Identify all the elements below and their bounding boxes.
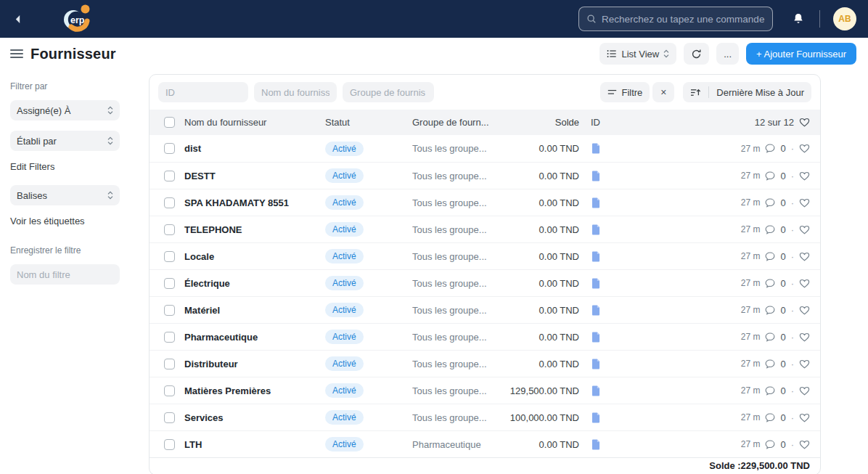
comment-icon[interactable] bbox=[765, 306, 775, 315]
supplier-name-link[interactable]: Services bbox=[180, 412, 325, 423]
comment-icon[interactable] bbox=[765, 225, 775, 234]
copy-id-icon[interactable] bbox=[591, 385, 613, 396]
supplier-name-link[interactable]: Matériel bbox=[180, 305, 325, 316]
comment-icon[interactable] bbox=[765, 440, 775, 449]
like-icon[interactable] bbox=[799, 413, 810, 422]
row-checkbox[interactable] bbox=[164, 197, 175, 208]
supplier-name-link[interactable]: Distributeur bbox=[180, 359, 325, 369]
select-all-checkbox[interactable] bbox=[164, 117, 175, 128]
clear-filter-button[interactable]: × bbox=[652, 82, 674, 102]
global-search[interactable] bbox=[578, 7, 773, 31]
row-checkbox[interactable] bbox=[164, 251, 175, 262]
column-header-status[interactable]: Statut bbox=[325, 117, 412, 128]
copy-id-icon[interactable] bbox=[591, 171, 613, 181]
row-checkbox[interactable] bbox=[164, 305, 175, 316]
row-checkbox[interactable] bbox=[164, 439, 175, 450]
supplier-name-link[interactable]: TELEPHONE bbox=[180, 224, 325, 235]
copy-id-icon[interactable] bbox=[591, 224, 613, 235]
comment-icon[interactable] bbox=[765, 386, 775, 396]
refresh-button[interactable] bbox=[684, 43, 709, 65]
comment-icon[interactable] bbox=[765, 171, 775, 181]
row-checkbox[interactable] bbox=[164, 412, 175, 423]
row-checkbox[interactable] bbox=[164, 278, 175, 289]
table-row[interactable]: Locale Activé Tous les groupe... 0.00 TN… bbox=[150, 242, 820, 269]
like-icon[interactable] bbox=[799, 386, 810, 396]
row-checkbox[interactable] bbox=[164, 332, 175, 343]
comment-icon[interactable] bbox=[765, 359, 775, 369]
supplier-name-link[interactable]: Matières Premières bbox=[180, 385, 325, 396]
id-filter-input[interactable] bbox=[158, 82, 248, 102]
copy-id-icon[interactable] bbox=[591, 251, 613, 262]
search-input[interactable] bbox=[602, 14, 765, 25]
like-filter-icon[interactable] bbox=[799, 118, 810, 127]
back-icon[interactable] bbox=[15, 15, 30, 24]
table-row[interactable]: TELEPHONE Activé Tous les groupe... 0.00… bbox=[150, 216, 820, 242]
sort-field-button[interactable]: Dernière Mise à Jour bbox=[709, 82, 811, 102]
row-checkbox[interactable] bbox=[164, 143, 175, 154]
edit-filters-link[interactable]: Edit Filters bbox=[10, 161, 120, 172]
more-options-button[interactable]: ... bbox=[716, 43, 739, 65]
filter-button[interactable]: Filtre bbox=[600, 82, 650, 102]
sidebar-toggle-icon[interactable] bbox=[10, 49, 23, 58]
row-checkbox[interactable] bbox=[164, 171, 175, 181]
supplier-name-link[interactable]: Locale bbox=[180, 251, 325, 262]
copy-id-icon[interactable] bbox=[591, 197, 613, 208]
copy-id-icon[interactable] bbox=[591, 439, 613, 450]
add-supplier-button[interactable]: + Ajouter Fournisseur bbox=[746, 43, 856, 65]
like-icon[interactable] bbox=[799, 332, 810, 342]
user-avatar[interactable]: AB bbox=[833, 7, 856, 30]
like-icon[interactable] bbox=[799, 144, 810, 153]
table-row[interactable]: Pharmaceutique Activé Tous les groupe...… bbox=[150, 323, 820, 350]
supplier-name-filter-input[interactable] bbox=[254, 82, 337, 102]
like-icon[interactable] bbox=[799, 440, 810, 449]
copy-id-icon[interactable] bbox=[591, 143, 613, 154]
supplier-group-filter-input[interactable] bbox=[343, 82, 434, 102]
comment-icon[interactable] bbox=[765, 279, 775, 288]
show-tags-link[interactable]: Voir les étiquettes bbox=[10, 216, 120, 226]
copy-id-icon[interactable] bbox=[591, 278, 613, 289]
row-checkbox[interactable] bbox=[164, 359, 175, 369]
filter-name-input[interactable] bbox=[10, 264, 120, 285]
app-logo[interactable]: erp bbox=[61, 2, 94, 36]
sort-direction-button[interactable] bbox=[683, 82, 708, 102]
supplier-name-link[interactable]: Électrique bbox=[180, 278, 325, 289]
table-row[interactable]: Matériel Activé Tous les groupe... 0.00 … bbox=[150, 296, 820, 323]
comment-icon[interactable] bbox=[765, 144, 775, 153]
copy-id-icon[interactable] bbox=[591, 332, 613, 343]
supplier-name-link[interactable]: DESTT bbox=[180, 171, 325, 181]
comment-icon[interactable] bbox=[765, 198, 775, 208]
table-row[interactable]: Électrique Activé Tous les groupe... 0.0… bbox=[150, 269, 820, 296]
table-row[interactable]: Services Activé Tous les groupe... 100,0… bbox=[150, 404, 820, 430]
row-checkbox[interactable] bbox=[164, 385, 175, 396]
column-header-name[interactable]: Nom du fournisseur bbox=[180, 117, 325, 128]
assigned-to-select[interactable]: Assigné(e) À bbox=[10, 100, 120, 120]
table-row[interactable]: DESTT Activé Tous les groupe... 0.00 TND… bbox=[150, 162, 820, 189]
like-icon[interactable] bbox=[799, 198, 810, 208]
supplier-name-link[interactable]: SPA KHADAMATY 8551 bbox=[180, 197, 325, 208]
table-row[interactable]: SPA KHADAMATY 8551 Activé Tous les group… bbox=[150, 189, 820, 216]
comment-icon[interactable] bbox=[765, 413, 775, 422]
comment-icon[interactable] bbox=[765, 252, 775, 261]
copy-id-icon[interactable] bbox=[591, 412, 613, 423]
table-row[interactable]: Distributeur Activé Tous les groupe... 0… bbox=[150, 350, 820, 377]
copy-id-icon[interactable] bbox=[591, 305, 613, 316]
table-row[interactable]: dist Activé Tous les groupe... 0.00 TND … bbox=[150, 135, 820, 162]
view-switcher-button[interactable]: List View bbox=[599, 43, 676, 65]
created-by-select[interactable]: Établi par bbox=[10, 131, 120, 151]
column-header-group[interactable]: Groupe de fourn... bbox=[412, 117, 507, 128]
copy-id-icon[interactable] bbox=[591, 359, 613, 369]
like-icon[interactable] bbox=[799, 359, 810, 369]
column-header-solde[interactable]: Solde bbox=[507, 117, 579, 128]
comment-icon[interactable] bbox=[765, 332, 775, 342]
table-row[interactable]: Matières Premières Activé Tous les group… bbox=[150, 377, 820, 404]
like-icon[interactable] bbox=[799, 252, 810, 261]
like-icon[interactable] bbox=[799, 225, 810, 234]
supplier-name-link[interactable]: Pharmaceutique bbox=[180, 332, 325, 343]
like-icon[interactable] bbox=[799, 279, 810, 288]
table-row[interactable]: LTH Activé Pharmaceutique 0.00 TND 27 m … bbox=[150, 430, 820, 457]
row-checkbox[interactable] bbox=[164, 224, 175, 235]
supplier-name-link[interactable]: dist bbox=[180, 143, 325, 154]
column-header-id[interactable]: ID bbox=[579, 117, 613, 128]
notifications-bell-icon[interactable] bbox=[792, 12, 805, 25]
tags-select[interactable]: Balises bbox=[10, 185, 120, 205]
